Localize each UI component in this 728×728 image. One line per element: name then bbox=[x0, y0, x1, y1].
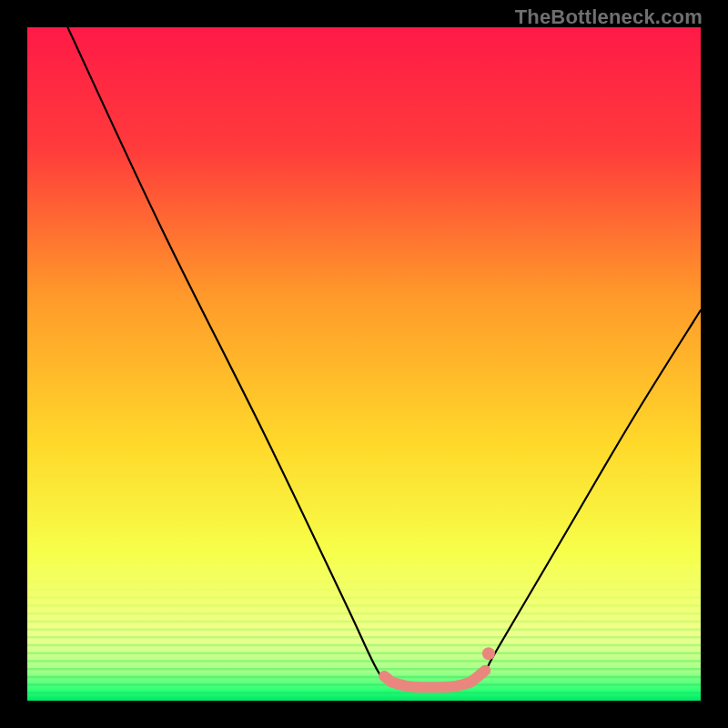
bottleneck-chart bbox=[27, 27, 701, 701]
chart-frame: TheBottleneck.com bbox=[0, 0, 728, 728]
watermark-text: TheBottleneck.com bbox=[515, 5, 703, 29]
gradient-background bbox=[27, 27, 701, 701]
plot-area bbox=[27, 27, 701, 701]
optimal-region-end-dot bbox=[482, 647, 495, 660]
